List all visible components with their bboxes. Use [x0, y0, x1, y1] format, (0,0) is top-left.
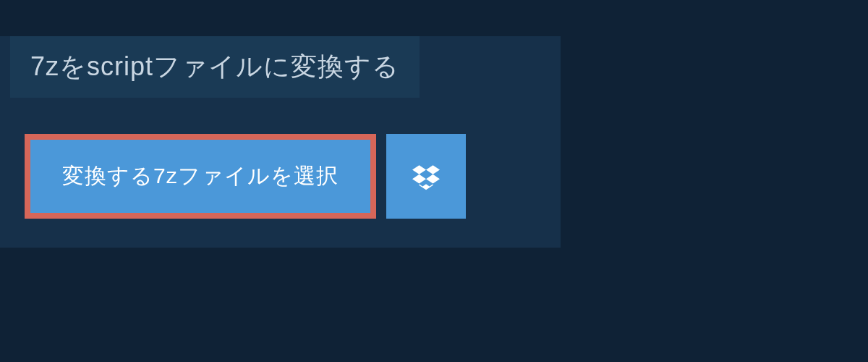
select-file-button-label: 変換する7zファイルを選択 — [62, 161, 339, 191]
dropbox-icon — [412, 163, 440, 190]
converter-panel: 7zをscriptファイルに変換する 変換する7zファイルを選択 — [0, 36, 561, 248]
page-title: 7zをscriptファイルに変換する — [30, 51, 399, 81]
dropbox-button[interactable] — [386, 134, 466, 219]
button-row: 変換する7zファイルを選択 — [25, 134, 561, 219]
select-file-button[interactable]: 変換する7zファイルを選択 — [25, 134, 376, 219]
title-tab: 7zをscriptファイルに変換する — [10, 36, 420, 98]
